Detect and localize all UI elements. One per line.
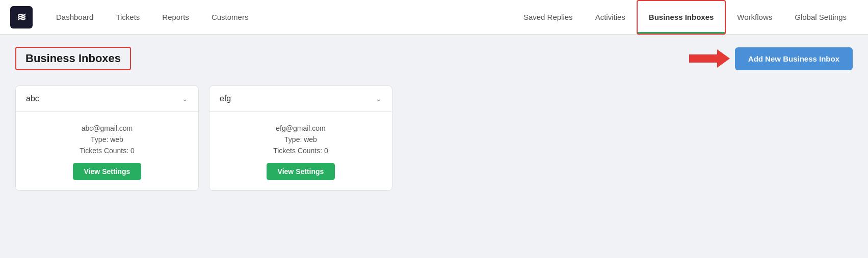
view-settings-button[interactable]: View Settings [267,163,335,180]
nav-item-customers[interactable]: Customers [200,0,260,35]
card-email: abc@gmail.com [26,124,188,132]
card-name: efg [220,94,231,103]
nav-left: Dashboard Tickets Reports Customers [45,0,259,35]
inbox-card: efg ⌄ efg@gmail.com Type: web Tickets Co… [209,85,392,191]
svg-marker-0 [689,49,730,68]
main-content: Business Inboxes Add New Business Inbox … [0,35,868,203]
card-tickets-count: Tickets Counts: 0 [26,147,188,155]
page-header: Business Inboxes Add New Business Inbox [15,47,853,70]
red-arrow-icon [689,49,730,68]
nav-item-workflows[interactable]: Workflows [726,0,783,35]
navbar: ≋ Dashboard Tickets Reports Customers Sa… [0,0,868,35]
inbox-card: abc ⌄ abc@gmail.com Type: web Tickets Co… [15,85,199,191]
nav-item-global-settings[interactable]: Global Settings [783,0,858,35]
arrow-annotation [689,49,730,68]
add-new-business-inbox-button[interactable]: Add New Business Inbox [735,47,853,70]
card-body: abc@gmail.com Type: web Tickets Counts: … [16,112,198,190]
nav-item-activities[interactable]: Activities [584,0,637,35]
nav-item-dashboard[interactable]: Dashboard [45,0,104,35]
nav-item-reports[interactable]: Reports [151,0,200,35]
page-title-box: Business Inboxes [15,47,131,70]
nav-item-saved-replies[interactable]: Saved Replies [512,0,584,35]
inbox-cards-container: abc ⌄ abc@gmail.com Type: web Tickets Co… [15,85,853,191]
chevron-down-icon[interactable]: ⌄ [376,95,382,103]
card-header: abc ⌄ [16,86,198,112]
card-type: Type: web [220,135,382,144]
page-title: Business Inboxes [25,52,121,65]
nav-item-business-inboxes[interactable]: Business Inboxes [637,0,726,35]
card-tickets-count: Tickets Counts: 0 [220,147,382,155]
nav-item-tickets[interactable]: Tickets [104,0,151,35]
card-body: efg@gmail.com Type: web Tickets Counts: … [209,112,392,190]
card-header: efg ⌄ [209,86,392,112]
nav-right: Saved Replies Activities Business Inboxe… [512,0,858,35]
card-type: Type: web [26,135,188,144]
logo[interactable]: ≋ [10,6,33,28]
card-email: efg@gmail.com [220,124,382,132]
header-right: Add New Business Inbox [689,47,853,70]
logo-icon: ≋ [17,12,26,23]
card-name: abc [26,94,39,103]
view-settings-button[interactable]: View Settings [73,163,142,180]
chevron-down-icon[interactable]: ⌄ [182,95,188,103]
